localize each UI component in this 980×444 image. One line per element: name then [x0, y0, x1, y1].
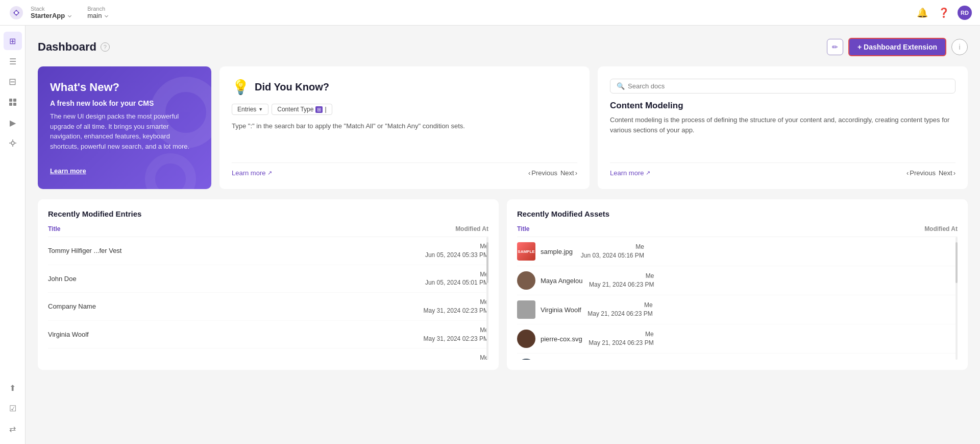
- search-docs-input[interactable]: [628, 82, 949, 90]
- info-button[interactable]: i: [951, 39, 968, 55]
- content-modeling-card: 🔍 Content Modeling Content modeling is t…: [598, 66, 968, 189]
- entries-table-header: Title Modified At: [48, 225, 488, 237]
- sidebar: ⊞ ☰ ⊟ ▶ ⬆ ☑ ⇄: [0, 26, 26, 444]
- sidebar-item-integrations[interactable]: ⇄: [4, 419, 22, 438]
- did-you-know-prev-button[interactable]: ‹ Previous: [528, 169, 557, 177]
- page-title: Dashboard: [38, 40, 96, 54]
- asset-row-1[interactable]: Maya Angelou MeMay 21, 2024 06:23 PM: [517, 266, 958, 295]
- notifications-button[interactable]: 🔔: [915, 5, 930, 20]
- asset-name-3: pierre-cox.svg: [541, 335, 582, 343]
- did-you-know-body: Type ":" in the search bar to apply the …: [232, 121, 577, 155]
- asset-name-0: sample.jpg: [541, 248, 573, 255]
- asset-row-2[interactable]: Virginia Woolf MeMay 21, 2024 06:23 PM: [517, 295, 958, 324]
- svg-point-6: [11, 142, 14, 145]
- assets-col-title: Title: [517, 225, 886, 232]
- search-icon: 🔍: [617, 82, 625, 90]
- svg-point-1: [15, 11, 18, 14]
- avatar[interactable]: RD: [958, 6, 972, 20]
- sidebar-item-extensions[interactable]: [4, 134, 22, 152]
- assets-table-card: Recently Modified Assets Title Modified …: [507, 199, 968, 370]
- did-you-know-next-button[interactable]: Next ›: [560, 169, 577, 177]
- svg-rect-4: [9, 103, 12, 106]
- did-you-know-footer: Learn more ↗ ‹ Previous Next ›: [232, 162, 577, 177]
- did-you-know-header: 💡 Did You Know?: [232, 79, 577, 96]
- card-tags: Entries ▼ Content Type ⊞ |: [232, 104, 577, 115]
- entries-table-body: Tommy Hilfiger ...fer Vest MeJun 05, 202…: [48, 237, 488, 360]
- entry-title-2: Company Name: [48, 302, 417, 310]
- asset-row-3[interactable]: pierre-cox.svg MeMay 21, 2024 06:23 PM: [517, 324, 958, 354]
- content-modeling-body: Content modeling is the process of defin…: [610, 115, 955, 155]
- asset-name-1: Maya Angelou: [541, 277, 582, 285]
- whats-new-card: What's New? A fresh new look for your CM…: [38, 66, 211, 189]
- sidebar-item-releases[interactable]: ⬆: [4, 379, 22, 397]
- entries-col-title: Title: [48, 225, 417, 232]
- entry-row-3[interactable]: Virginia Woolf MeMay 31, 2024 02:23 PM: [48, 321, 488, 349]
- content-modeling-next-button[interactable]: Next ›: [939, 169, 955, 177]
- tag-entries: Entries ▼: [232, 104, 268, 115]
- branch-value: main: [87, 12, 108, 19]
- did-you-know-learn-more[interactable]: Learn more ↗: [232, 169, 272, 177]
- content-modeling-learn-more[interactable]: Learn more ↗: [610, 169, 650, 177]
- asset-thumb-2: [517, 300, 535, 319]
- did-you-know-card: 💡 Did You Know? Entries ▼ Content Type ⊞…: [219, 66, 590, 189]
- search-docs-row[interactable]: 🔍: [610, 79, 955, 94]
- asset-thumb-0: SAMPLE: [517, 242, 535, 261]
- edit-button[interactable]: ✏: [827, 39, 843, 55]
- sidebar-item-workflows[interactable]: ☑: [4, 399, 22, 417]
- asset-thumb-3: [517, 330, 535, 348]
- entry-row-0[interactable]: Tommy Hilfiger ...fer Vest MeJun 05, 202…: [48, 237, 488, 265]
- did-you-know-nav: ‹ Previous Next ›: [528, 169, 577, 177]
- content-modeling-nav: ‹ Previous Next ›: [906, 169, 955, 177]
- entry-row-1[interactable]: John Doe MeJun 05, 2024 05:01 PM: [48, 265, 488, 293]
- page-header: Dashboard ? ✏ + Dashboard Extension i: [38, 38, 968, 56]
- entries-table-title: Recently Modified Entries: [48, 209, 488, 218]
- sidebar-item-menu[interactable]: ☰: [4, 52, 22, 71]
- stack-selector[interactable]: Stack StarterApp: [31, 6, 71, 19]
- entry-row-2[interactable]: Company Name MeMay 31, 2024 02:23 PM: [48, 293, 488, 321]
- asset-thumb-1: [517, 271, 535, 290]
- entry-modified-2: MeMay 31, 2024 02:23 PM: [417, 298, 488, 315]
- entry-title-0: Tommy Hilfiger ...fer Vest: [48, 247, 417, 254]
- asset-modified-1: MeMay 21, 2024 06:23 PM: [582, 272, 654, 289]
- topbar-icons: 🔔 ❓ RD: [915, 5, 972, 20]
- sidebar-item-media[interactable]: ▶: [4, 113, 22, 132]
- entries-scrollbar[interactable]: [486, 237, 488, 360]
- svg-rect-2: [9, 99, 12, 102]
- svg-rect-3: [13, 99, 16, 102]
- entries-table-card: Recently Modified Entries Title Modified…: [38, 199, 499, 370]
- external-link-icon: ↗: [267, 170, 272, 176]
- assets-scrollbar[interactable]: [955, 237, 958, 360]
- svg-rect-5: [13, 103, 16, 106]
- asset-name-2: Virginia Woolf: [541, 306, 581, 314]
- entries-col-modified: Modified At: [417, 225, 488, 232]
- entry-title-3: Virginia Woolf: [48, 331, 417, 338]
- topbar: Stack StarterApp Branch main 🔔 ❓ RD: [0, 0, 980, 26]
- content-modeling-prev-button[interactable]: ‹ Previous: [906, 169, 936, 177]
- tag-content-type: Content Type ⊞ |: [272, 104, 332, 115]
- assets-table-body: SAMPLE sample.jpg MeJun 03, 2024 05:16 P…: [517, 237, 958, 360]
- header-actions: ✏ + Dashboard Extension i: [827, 38, 968, 56]
- sidebar-item-entries[interactable]: [4, 93, 22, 111]
- help-button[interactable]: ❓: [936, 5, 951, 20]
- asset-modified-3: MeMay 21, 2024 06:23 PM: [582, 330, 654, 347]
- assets-table-header: Title Modified At: [517, 225, 958, 237]
- entry-modified-4: MeMay 31, 2024 02:22 PM: [417, 354, 488, 360]
- external-link-icon-2: ↗: [646, 170, 650, 176]
- entry-row-4[interactable]: Jane Austen MeMay 31, 2024 02:22 PM: [48, 348, 488, 360]
- asset-modified-2: MeMay 21, 2024 06:23 PM: [581, 301, 653, 318]
- branch-selector[interactable]: Branch main: [87, 6, 108, 19]
- main-content: Dashboard ? ✏ + Dashboard Extension i Wh…: [26, 26, 980, 444]
- dashboard-extension-button[interactable]: + Dashboard Extension: [848, 38, 946, 56]
- whats-new-body: The new UI design packs the most powerfu…: [50, 111, 199, 151]
- entry-modified-3: MeMay 31, 2024 02:23 PM: [417, 326, 488, 343]
- asset-row-0[interactable]: SAMPLE sample.jpg MeJun 03, 2024 05:16 P…: [517, 237, 958, 266]
- entry-title-1: John Doe: [48, 275, 417, 283]
- asset-row-4[interactable]: alden-cantrell.svg MeMay 21, 2024 06:23 …: [517, 354, 958, 360]
- sidebar-item-content-types[interactable]: ⊟: [4, 73, 22, 91]
- tables-row: Recently Modified Entries Title Modified…: [38, 199, 968, 370]
- sidebar-item-dashboard[interactable]: ⊞: [4, 32, 22, 50]
- asset-modified-4: MeMay 21, 2024 06:23 PM: [593, 359, 664, 360]
- bulb-icon: 💡: [232, 79, 250, 96]
- page-help-icon[interactable]: ?: [101, 42, 110, 52]
- page-title-row: Dashboard ?: [38, 40, 110, 54]
